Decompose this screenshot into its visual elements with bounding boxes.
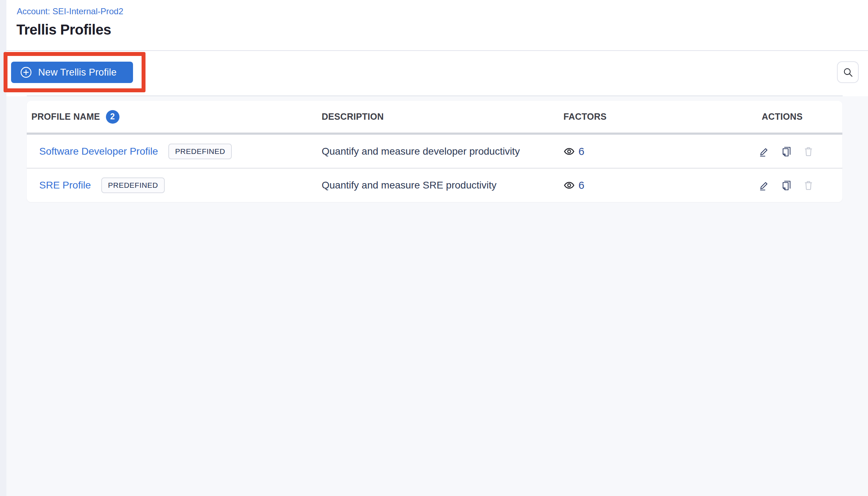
eye-icon <box>563 180 575 191</box>
trellis-profiles-page: Account: SEI-Internal-Prod2 Trellis Prof… <box>0 0 868 496</box>
plus-circle-icon <box>20 66 32 79</box>
profile-name-cell: Software Developer Profile PREDEFINED <box>27 144 322 159</box>
column-header-description: DESCRIPTION <box>322 112 563 122</box>
edit-icon[interactable] <box>759 180 770 191</box>
sidebar-edge-strip <box>0 0 6 496</box>
factors-cell: 6 <box>563 145 759 157</box>
toolbar-divider <box>27 95 843 96</box>
table-row: Software Developer Profile PREDEFINED Qu… <box>27 135 842 168</box>
factor-count: 6 <box>578 179 584 191</box>
row-count-badge: 2 <box>106 110 119 124</box>
predefined-tag: PREDEFINED <box>101 177 165 193</box>
column-header-factors: FACTORS <box>563 112 759 122</box>
profile-description: Quantify and measure SRE productivity <box>322 180 563 191</box>
copy-icon[interactable] <box>781 180 792 191</box>
profile-name-cell: SRE Profile PREDEFINED <box>27 177 322 193</box>
factor-count: 6 <box>578 145 584 157</box>
delete-icon[interactable] <box>803 180 814 191</box>
page-title: Trellis Profiles <box>16 21 111 38</box>
factors-cell: 6 <box>563 179 759 191</box>
profile-link-software-developer[interactable]: Software Developer Profile <box>39 146 158 157</box>
header-divider <box>0 50 868 51</box>
column-header-profile-name: PROFILE NAME 2 <box>27 110 322 124</box>
profile-description: Quantify and measure developer productiv… <box>322 146 563 157</box>
profile-link-sre[interactable]: SRE Profile <box>39 180 91 191</box>
profile-name-header-label: PROFILE NAME <box>31 112 100 122</box>
profiles-table: PROFILE NAME 2 DESCRIPTION FACTORS ACTIO… <box>27 101 842 202</box>
actions-cell <box>759 146 842 157</box>
actions-cell <box>759 180 842 191</box>
copy-icon[interactable] <box>781 146 792 157</box>
column-header-actions: ACTIONS <box>759 112 842 122</box>
edit-icon[interactable] <box>759 146 770 157</box>
search-icon <box>843 67 853 78</box>
eye-icon <box>563 146 575 157</box>
new-trellis-profile-button[interactable]: New Trellis Profile <box>11 62 133 83</box>
delete-icon[interactable] <box>803 146 814 157</box>
search-button[interactable] <box>837 61 859 83</box>
breadcrumb[interactable]: Account: SEI-Internal-Prod2 <box>17 6 123 17</box>
new-trellis-profile-label: New Trellis Profile <box>38 67 117 78</box>
predefined-tag: PREDEFINED <box>168 144 232 159</box>
table-header-row: PROFILE NAME 2 DESCRIPTION FACTORS ACTIO… <box>27 101 842 133</box>
table-row: SRE Profile PREDEFINED Quantify and meas… <box>27 169 842 202</box>
